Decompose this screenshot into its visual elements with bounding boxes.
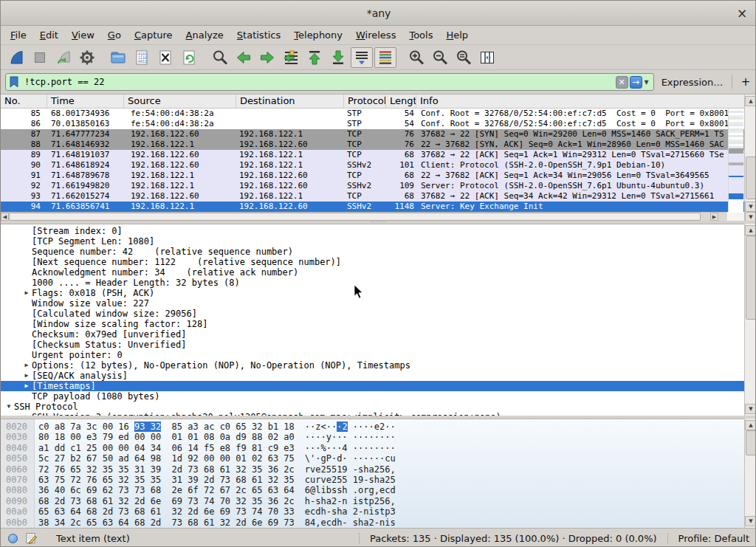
hex-row-0070[interactable]: 007063 75 72 76 65 32 35 35 31 39 2d 73 … — [1, 475, 756, 485]
detail-line[interactable]: ▶Options: (12 bytes), No-Operation (NOP)… — [1, 360, 744, 371]
hex-row-0050[interactable]: 00505c 27 b2 67 50 ad 64 98 1d 92 00 00 … — [1, 453, 756, 464]
hscroll-thumb[interactable] — [9, 213, 701, 221]
hex-bytes[interactable]: 36 40 6c 69 62 73 73 68 2e 6f 72 67 2c 6… — [38, 485, 295, 495]
hex-row-0090[interactable]: 009068 2d 73 68 61 32 2d 6e 69 73 74 70 … — [1, 496, 756, 506]
hex-row-0060[interactable]: 006072 76 65 32 35 35 31 39 2d 73 68 61 … — [1, 464, 756, 475]
packet-row-93[interactable]: 9371.662015274192.168.122.60192.168.122.… — [1, 191, 744, 202]
column-header-info[interactable]: Info — [416, 94, 744, 108]
vscroll-down-icon[interactable]: ▼ — [745, 202, 756, 212]
hex-row-0020[interactable]: 0020c0 a8 7a 3c 00 16 93 32 85 a3 ac c0 … — [1, 422, 756, 432]
colorize-packets-button[interactable] — [374, 47, 396, 68]
packet-row-87[interactable]: 8771.647777234192.168.122.60192.168.122.… — [1, 129, 744, 140]
packet-row-91[interactable]: 9171.648789678192.168.122.1192.168.122.6… — [1, 171, 744, 181]
vscroll-up-icon[interactable]: ▲ — [745, 225, 756, 235]
detail-line[interactable]: [Stream index: 0] — [1, 226, 744, 236]
add-filter-button[interactable]: + — [739, 75, 752, 89]
vscroll-up-icon[interactable]: ▲ — [745, 420, 756, 430]
hex-row-0040[interactable]: 0040a1 dd c1 25 00 00 04 34 06 14 f5 e8 … — [1, 443, 756, 453]
column-header-time[interactable]: Time — [47, 94, 124, 108]
hex-bytes[interactable]: 80 18 00 e3 79 ed 00 00 01 01 08 0a d9 8… — [38, 432, 295, 442]
hex-ascii[interactable]: 6@libssh .org,ecd — [305, 485, 396, 495]
menu-item-statistics[interactable]: Statistics — [230, 27, 287, 43]
stop-capture-button[interactable] — [29, 47, 51, 68]
detail-line[interactable]: [Calculated window size: 29056] — [1, 309, 744, 319]
detail-line[interactable]: Checksum: 0x79ed [unverified] — [1, 329, 744, 340]
expert-info-icon[interactable] — [8, 534, 18, 543]
hex-ascii[interactable]: ····y··· ········ — [305, 432, 396, 442]
capture-options-button[interactable] — [76, 47, 98, 68]
vscroll-up-icon[interactable]: ▲ — [745, 96, 756, 106]
filter-bookmark-icon[interactable] — [8, 75, 20, 89]
menu-item-analyze[interactable]: Analyze — [179, 27, 230, 43]
menu-item-tools[interactable]: Tools — [402, 27, 439, 43]
menu-item-telephony[interactable]: Telephony — [287, 27, 349, 43]
hex-ascii[interactable]: ··z<···2 ····e2·· — [305, 422, 396, 432]
menu-item-help[interactable]: Help — [439, 27, 475, 43]
vscroll-thumb[interactable] — [746, 235, 756, 320]
display-filter-input[interactable]: !tcp.port == 22 ✕ → ▼ — [5, 73, 654, 91]
column-header-no[interactable]: No. — [1, 94, 47, 108]
hex-bytes[interactable]: 68 2d 73 68 61 32 2d 6e 69 73 74 70 32 3… — [38, 496, 295, 506]
restart-capture-button[interactable] — [52, 47, 75, 68]
vscroll-down-icon[interactable]: ▼ — [745, 516, 756, 526]
detail-line[interactable]: [Checksum Status: Unverified] — [1, 340, 744, 350]
resize-columns-button[interactable] — [476, 47, 498, 68]
expander-collapsed-icon[interactable]: ▶ — [21, 360, 32, 371]
hscroll-left-icon[interactable]: ◀ — [1, 213, 9, 221]
expander-expanded-icon[interactable]: ▼ — [4, 402, 14, 412]
open-file-button[interactable] — [107, 47, 129, 68]
hex-row-00b0[interactable]: 00b038 34 2c 65 63 64 68 2d 73 68 61 32 … — [1, 517, 756, 528]
expression-button[interactable]: Expression… — [662, 77, 724, 88]
menu-item-wireless[interactable]: Wireless — [349, 27, 402, 43]
expander-collapsed-icon[interactable]: ▶ — [21, 381, 32, 391]
packet-list-hscrollbar[interactable]: ◀ ▶ — [1, 212, 727, 221]
detail-line[interactable]: ▼SSH Protocol — [1, 402, 744, 412]
title-bar[interactable]: *any × — [1, 1, 756, 26]
detail-line[interactable]: Urgent pointer: 0 — [1, 350, 744, 360]
column-header-source[interactable]: Source — [124, 94, 236, 108]
packet-row-86[interactable]: 8670.013850163fe:54:00:d4:38:2aSTP54Conf… — [1, 119, 744, 129]
hex-ascii[interactable]: \'·gP·d· ······cu — [305, 453, 396, 464]
filter-value[interactable]: !tcp.port == 22 — [20, 77, 614, 87]
go-forward-button[interactable] — [256, 47, 278, 68]
detail-line[interactable]: Window size value: 227 — [1, 298, 744, 309]
column-header-length[interactable]: Length — [386, 94, 416, 108]
detail-line[interactable]: ▶[SEQ/ACK analysis] — [1, 371, 744, 381]
hex-ascii[interactable]: 84,ecdh- sha2-nis — [305, 517, 396, 528]
hex-row-0030[interactable]: 003080 18 00 e3 79 ed 00 00 01 01 08 0a … — [1, 432, 756, 442]
hex-row-0080[interactable]: 008036 40 6c 69 62 73 73 68 2e 6f 72 67 … — [1, 485, 756, 495]
detail-line[interactable]: 1000 .... = Header Length: 32 bytes (8) — [1, 278, 744, 288]
save-file-button[interactable]: 010111100011 — [131, 47, 153, 68]
vscroll-down-icon[interactable]: ▼ — [745, 404, 756, 414]
detail-vscrollbar[interactable]: ▲ ▼ — [744, 224, 756, 416]
hex-row-00a0[interactable]: 00a065 63 64 68 2d 73 68 61 32 2d 6e 69 … — [1, 506, 756, 517]
column-header-destination[interactable]: Destination — [236, 94, 344, 108]
expander-collapsed-icon[interactable]: ▶ — [21, 371, 32, 381]
detail-line[interactable]: TCP payload (1080 bytes) — [1, 391, 744, 402]
profile-label[interactable]: Profile: Default — [667, 533, 749, 544]
packet-list-header[interactable]: No.TimeSourceDestinationProtocolLengthIn… — [1, 94, 744, 109]
hex-vscrollbar[interactable]: ▲ ▼ — [744, 419, 756, 528]
zoom-in-button[interactable] — [405, 47, 427, 68]
hex-ascii[interactable]: h-sha2-n istp256, — [305, 496, 396, 506]
packet-row-90[interactable]: 9071.648618924192.168.122.60192.168.122.… — [1, 160, 744, 171]
go-back-button[interactable] — [233, 47, 255, 68]
packet-row-85[interactable]: 8568.001734936fe:54:00:d4:38:2aSTP54Conf… — [1, 109, 744, 119]
zoom-out-button[interactable] — [429, 47, 451, 68]
hex-ascii-selected[interactable]: ·2 — [337, 422, 347, 432]
auto-scroll-button[interactable] — [351, 47, 373, 68]
vscroll-thumb[interactable] — [746, 156, 756, 199]
close-file-button[interactable] — [154, 47, 176, 68]
hex-bytes[interactable]: c0 a8 7a 3c 00 16 93 32 85 a3 ac c0 65 3… — [38, 422, 295, 432]
hex-ascii[interactable]: curve255 19-sha25 — [305, 475, 396, 485]
packet-row-88[interactable]: 8871.648146932192.168.122.1192.168.122.6… — [1, 140, 744, 150]
find-packet-button[interactable] — [209, 47, 231, 68]
detail-line[interactable]: Acknowledgment number: 34 (relative ack … — [1, 267, 744, 278]
go-last-packet-button[interactable] — [327, 47, 349, 68]
hscroll-right-icon[interactable]: ▶ — [710, 213, 718, 221]
filter-apply-icon[interactable]: → — [630, 76, 642, 89]
capture-comment-icon[interactable] — [25, 532, 37, 544]
hex-ascii[interactable]: ···%···4 ········ — [305, 443, 396, 453]
detail-line[interactable]: ▶[Timestamps] — [1, 381, 744, 391]
packet-row-89[interactable]: 8971.648191037192.168.122.60192.168.122.… — [1, 150, 744, 160]
